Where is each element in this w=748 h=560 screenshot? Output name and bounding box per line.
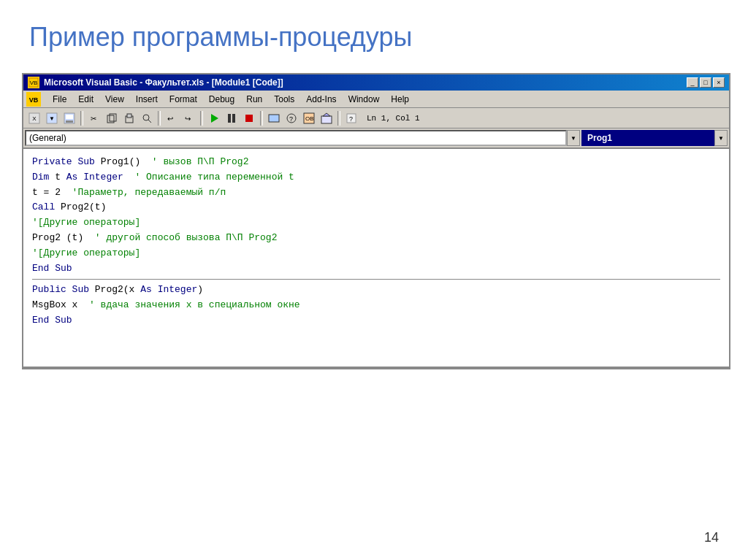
procedure-selector-label: Prog1 [587,133,612,143]
menu-window[interactable]: Window [343,93,386,106]
toolbar-toolbox[interactable] [318,110,335,126]
svg-text:↩: ↩ [167,115,173,123]
toolbar-userform[interactable] [266,110,282,126]
code-header: (General) ▼ Prog1 ▼ [23,129,729,149]
vbe-window: VB Microsoft Visual Basic - Факультет.xl… [22,73,730,369]
maximize-button[interactable]: □ [700,77,711,88]
code-line-11: End Sub [32,313,720,329]
page-number: 14 [704,530,719,545]
object-selector-label: (General) [29,133,66,143]
svg-rect-10 [66,120,73,123]
code-line-10: MsgBox x ' вдача значения x в специально… [32,298,720,313]
svg-rect-21 [228,114,231,123]
title-bar-buttons: _ □ × [687,77,725,88]
svg-rect-15 [127,114,131,118]
svg-rect-29 [321,116,332,123]
toolbar-ref[interactable]: ? [283,110,299,126]
code-line-9: Public Sub Prog2(x As Integer) [32,283,720,298]
toolbar-sep-3 [200,111,203,126]
svg-marker-20 [211,114,218,123]
code-line-1: Private Sub Prog1() ' вызов П\П Prog2 [32,155,720,170]
vbe-icon: VB [28,77,39,88]
code-separator [32,279,720,280]
svg-text:?: ? [289,115,293,123]
menu-run[interactable]: Run [240,93,268,106]
toolbar-find[interactable] [139,110,155,126]
code-line-2: Dim t As Integer ' Описание типа перемен… [32,170,720,185]
toolbar-stop[interactable] [241,110,257,126]
toolbar-copy[interactable] [104,110,120,126]
svg-text:VB: VB [29,96,39,104]
code-line-7: '[Другие операторы] [32,246,720,261]
title-bar-text: Microsoft Visual Basic - Факультет.xls -… [44,77,682,88]
toolbar-icon-2[interactable]: ▼ [44,110,60,126]
svg-text:?: ? [349,115,353,123]
toolbar-position: Ln 1, Col 1 [367,114,420,123]
close-button[interactable]: × [713,77,725,88]
toolbar: X ▼ ✂ ↩ [23,108,729,129]
toolbar-help[interactable]: ? [343,110,359,126]
toolbar-sep-4 [260,111,263,126]
title-bar: VB Microsoft Visual Basic - Факультет.xl… [23,74,729,91]
menu-tools[interactable]: Tools [268,93,300,106]
svg-rect-23 [245,115,253,122]
toolbar-sep-2 [158,111,161,126]
toolbar-icon-1[interactable]: X [26,110,42,126]
toolbar-sep-5 [337,111,340,126]
svg-line-17 [148,120,151,123]
svg-text:X: X [32,115,37,122]
svg-text:OB: OB [305,115,314,122]
slide-container: Пример программы-процедуры VB Microsoft … [0,0,748,560]
svg-marker-30 [323,113,330,116]
menu-addins[interactable]: Add-Ins [300,93,342,106]
menu-edit[interactable]: Edit [72,93,99,106]
minimize-button[interactable]: _ [687,77,698,88]
toolbar-obj-browser[interactable]: OB [301,110,317,126]
svg-text:↪: ↪ [185,115,191,123]
svg-text:VB: VB [30,80,38,86]
toolbar-undo[interactable]: ↩ [164,110,180,126]
code-area[interactable]: Private Sub Prog1() ' вызов П\П Prog2 Di… [23,149,729,368]
menu-insert[interactable]: Insert [130,93,164,106]
menu-view[interactable]: View [99,93,130,106]
menu-debug[interactable]: Debug [203,93,240,106]
svg-text:✂: ✂ [91,115,96,123]
code-line-8: End Sub [32,261,720,277]
svg-rect-9 [66,115,73,119]
menu-bar: VB File Edit View Insert Format Debug Ru… [23,91,729,108]
code-line-4: Call Prog2(t) [32,200,720,215]
toolbar-redo[interactable]: ↪ [181,110,197,126]
object-dropdown-btn[interactable]: ▼ [567,130,580,146]
menu-help[interactable]: Help [385,93,415,106]
toolbar-cut[interactable]: ✂ [86,110,102,126]
code-line-6: Prog2 (t) ' другой способ вызова П\П Pro… [32,231,720,246]
code-line-3: t = 2 'Параметр, передаваемый п/п [32,185,720,201]
toolbar-sep-1 [80,111,83,126]
toolbar-paste[interactable] [121,110,137,126]
app-icon: VB [26,92,41,107]
svg-rect-22 [232,114,235,123]
svg-point-16 [143,115,149,120]
svg-text:▼: ▼ [49,115,55,122]
code-line-5: '[Другие операторы] [32,215,720,231]
svg-rect-24 [269,115,279,122]
menu-format[interactable]: Format [164,93,203,106]
toolbar-pause[interactable] [224,110,240,126]
slide-title: Пример программы-процедуры [29,22,412,53]
toolbar-run[interactable] [206,110,222,126]
procedure-dropdown-btn[interactable]: ▼ [714,130,728,146]
menu-file[interactable]: File [47,93,72,106]
toolbar-save[interactable] [61,110,77,126]
